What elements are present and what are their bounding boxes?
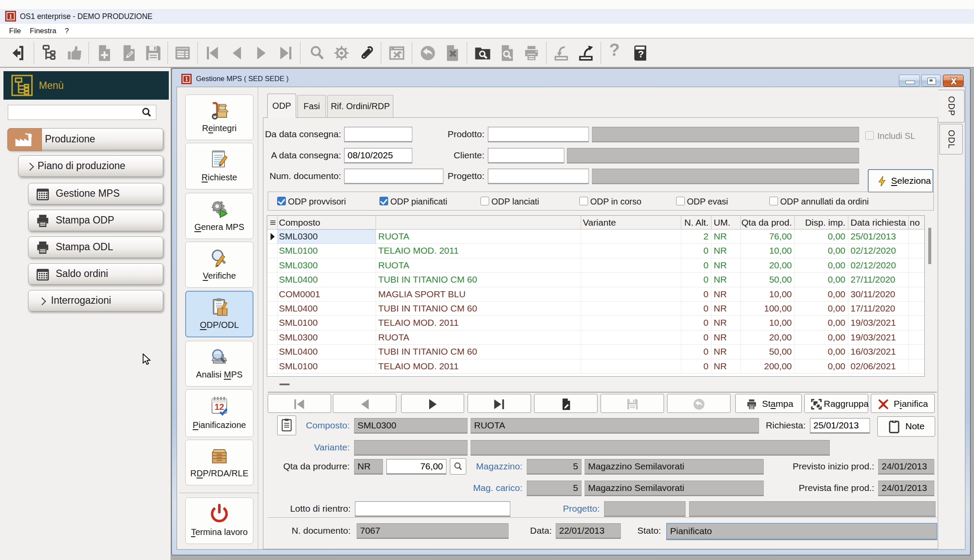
svg-text:?: ?: [638, 48, 644, 60]
svg-text:12: 12: [215, 402, 224, 412]
